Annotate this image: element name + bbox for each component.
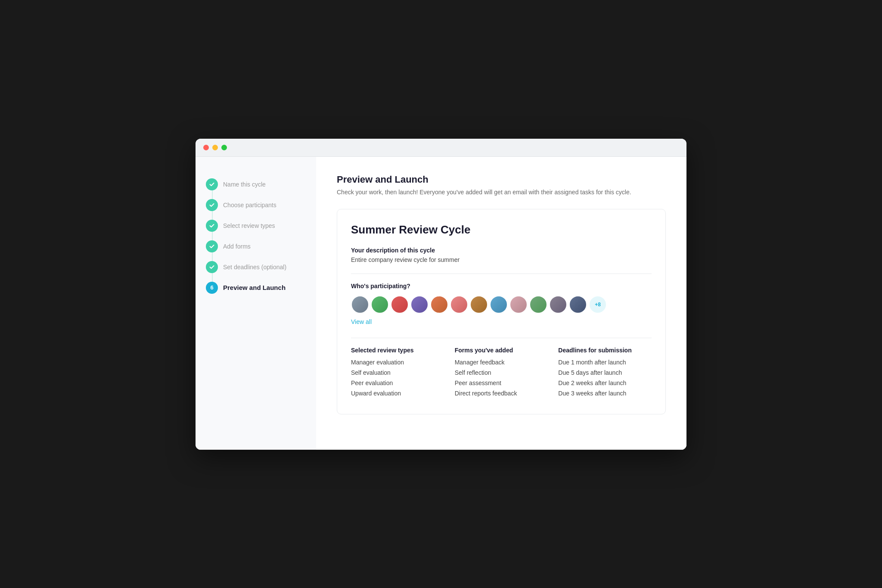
page-subtitle: Check your work, then launch! Everyone y… (337, 188, 666, 197)
avatar-more-count: +8 (589, 296, 607, 314)
deadline-item-3: Due 3 weeks after launch (558, 390, 652, 397)
description-section: Your description of this cycle Entire co… (351, 247, 652, 263)
maximize-dot[interactable] (221, 145, 227, 150)
review-types-column: Selected review types Manager evaluation… (351, 347, 444, 400)
step-item-set-deadlines[interactable]: Set deadlines (optional) (206, 257, 306, 277)
step-item-choose-participants[interactable]: Choose participants (206, 195, 306, 215)
step-label-choose-participants: Choose participants (223, 202, 276, 208)
description-label: Your description of this cycle (351, 247, 652, 254)
deadline-item-1: Due 5 days after launch (558, 369, 652, 376)
step-circle-add-forms (206, 240, 218, 252)
three-columns: Selected review types Manager evaluation… (351, 347, 652, 400)
avatar (351, 296, 369, 314)
sidebar: Name this cycle Choose participants (196, 157, 316, 450)
step-circle-set-deadlines (206, 261, 218, 273)
deadlines-heading: Deadlines for submission (558, 347, 652, 354)
step-circle-choose-participants (206, 199, 218, 211)
deadlines-column: Deadlines for submission Due 1 month aft… (558, 347, 652, 400)
review-type-item-2: Peer evaluation (351, 380, 444, 386)
forms-heading: Forms you've added (455, 347, 548, 354)
participants-heading: Who's participating? (351, 283, 652, 289)
avatar (430, 296, 448, 314)
forms-column: Forms you've added Manager feedback Self… (455, 347, 548, 400)
browser-content: Name this cycle Choose participants (196, 157, 686, 450)
review-types-heading: Selected review types (351, 347, 444, 354)
divider-1 (351, 274, 652, 274)
step-number-preview-launch: 6 (210, 284, 213, 291)
form-item-3: Direct reports feedback (455, 390, 548, 397)
avatar (490, 296, 508, 314)
avatars-row: +8 (351, 296, 652, 314)
avatar (410, 296, 429, 314)
step-circle-preview-launch: 6 (206, 282, 218, 294)
browser-window: Name this cycle Choose participants (196, 139, 686, 450)
step-item-select-review-types[interactable]: Select review types (206, 215, 306, 236)
avatar (470, 296, 488, 314)
preview-card: Summer Review Cycle Your description of … (337, 209, 666, 414)
form-item-2: Peer assessment (455, 380, 548, 386)
step-circle-select-review-types (206, 220, 218, 232)
avatar (569, 296, 587, 314)
step-label-add-forms: Add forms (223, 243, 251, 250)
close-dot[interactable] (203, 145, 209, 150)
deadline-item-2: Due 2 weeks after launch (558, 380, 652, 386)
step-circle-name-cycle (206, 178, 218, 190)
form-item-1: Self reflection (455, 369, 548, 376)
step-list: Name this cycle Choose participants (206, 174, 306, 298)
description-text: Entire company review cycle for summer (351, 256, 652, 263)
review-type-item-1: Self evaluation (351, 369, 444, 376)
step-label-select-review-types: Select review types (223, 222, 275, 229)
avatar (450, 296, 468, 314)
step-item-preview-launch[interactable]: 6 Preview and Launch (206, 277, 306, 298)
avatar (371, 296, 389, 314)
review-type-item-3: Upward evaluation (351, 390, 444, 397)
step-item-add-forms[interactable]: Add forms (206, 236, 306, 257)
avatar (529, 296, 547, 314)
page-title: Preview and Launch (337, 174, 666, 185)
deadline-item-0: Due 1 month after launch (558, 359, 652, 366)
participants-section: Who's participating? (351, 283, 652, 326)
divider-2 (351, 338, 652, 338)
step-label-name-cycle: Name this cycle (223, 181, 266, 188)
avatar (391, 296, 409, 314)
review-type-item-0: Manager evaluation (351, 359, 444, 366)
step-item-name-cycle[interactable]: Name this cycle (206, 174, 306, 195)
step-label-set-deadlines: Set deadlines (optional) (223, 264, 286, 271)
avatar (549, 296, 567, 314)
minimize-dot[interactable] (212, 145, 218, 150)
step-label-preview-launch: Preview and Launch (223, 284, 286, 291)
avatar (509, 296, 528, 314)
form-item-0: Manager feedback (455, 359, 548, 366)
view-all-link[interactable]: View all (351, 318, 372, 325)
cycle-title: Summer Review Cycle (351, 223, 652, 236)
browser-titlebar (196, 139, 686, 157)
main-content: Preview and Launch Check your work, then… (316, 157, 686, 450)
